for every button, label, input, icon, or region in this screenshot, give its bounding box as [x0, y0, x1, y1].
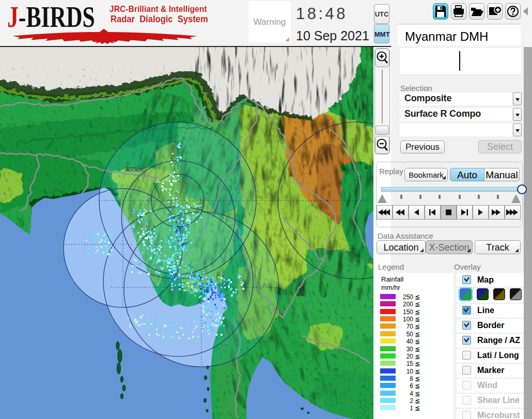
- svg-text:450km: 450km: [126, 166, 143, 173]
